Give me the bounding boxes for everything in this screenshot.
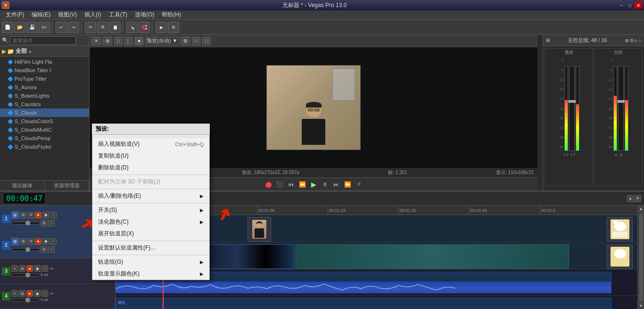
track2-mute[interactable]: ◼ — [42, 238, 49, 245]
next-frame-button[interactable]: ⏭ — [331, 180, 341, 189]
next-event-button[interactable]: ⏩ — [343, 180, 352, 189]
ctx-track-color[interactable]: 轨道显示颜色(K) ▶ — [92, 268, 209, 280]
video-clip-1c[interactable] — [607, 217, 633, 242]
save-as-button[interactable]: S+ — [39, 22, 50, 33]
ctx-delete-track[interactable]: 删除轨道(D) — [92, 162, 209, 174]
track2-btn3[interactable]: ⚙ — [27, 238, 34, 245]
tab-resource-manager[interactable]: 资源管理器 — [45, 181, 90, 191]
track2-pan-btn[interactable]: ↕ — [48, 246, 55, 253]
stop-button[interactable]: ⬛ — [275, 180, 284, 189]
track2-vol-btn[interactable]: ⊞ — [41, 246, 47, 253]
mixer-btn4[interactable]: ○ — [639, 38, 641, 43]
track3-expand[interactable]: ≡ — [11, 265, 18, 272]
open-button[interactable]: 📂 — [14, 22, 25, 33]
track4-solo[interactable]: ! — [41, 290, 48, 297]
tree-item-2[interactable]: 🔷 ProType Titler — [0, 75, 89, 83]
track2-btn2[interactable]: ⊠ — [20, 238, 26, 245]
tab-project-media[interactable]: 项目媒体 — [0, 181, 45, 191]
video-clip-2b[interactable] — [296, 244, 569, 269]
search-input[interactable] — [10, 36, 76, 45]
preview-size-btn[interactable]: ⊞ — [103, 37, 112, 45]
close-preview-btn[interactable]: ✕ — [91, 37, 101, 45]
track1-btn3[interactable]: ⚙ — [27, 212, 34, 218]
copy-button[interactable]: ⧉ — [97, 22, 108, 33]
track1-btn4[interactable]: ● — [35, 212, 41, 218]
ctx-insert-delete-envelope[interactable]: 插入/删除包络(E) ▶ — [92, 190, 209, 202]
track1-mute[interactable]: ◼ — [42, 212, 49, 218]
ctx-default-track-props[interactable]: 设置默认轨道属性(F)... — [92, 242, 209, 254]
prev-frame-button[interactable]: ⏮ — [286, 180, 296, 189]
tree-item-4[interactable]: 🔷 S_BokehLights — [0, 92, 89, 100]
mixer-btn2[interactable]: ⚙ — [630, 38, 634, 43]
minimize-button[interactable]: ─ — [618, 2, 625, 8]
menu-tools[interactable]: 工具(T) — [105, 10, 131, 20]
play-button[interactable]: ▶ — [309, 180, 318, 189]
video-clip-2c[interactable] — [607, 244, 633, 269]
track4-mute[interactable]: ◼ — [34, 290, 41, 297]
track1-vol-btn[interactable]: ⊞ — [41, 220, 47, 226]
properties-button[interactable]: ⚙ — [168, 22, 179, 33]
menu-view[interactable]: 视图(V) — [54, 10, 81, 20]
restore-button[interactable]: □ — [626, 2, 634, 8]
magnet-button[interactable]: 🧲 — [139, 22, 150, 33]
ctx-fade-color[interactable]: 淡化颜色(C) ▶ — [92, 216, 209, 228]
tree-item-10[interactable]: 🔷 S_CloudsPsyko — [0, 142, 89, 151]
close-button[interactable]: ✕ — [635, 2, 642, 8]
scroll-thumb[interactable] — [639, 213, 644, 301]
track3-record[interactable]: ● — [26, 265, 33, 272]
expand-all-icon[interactable]: ▶ — [2, 48, 6, 55]
new-button[interactable]: 📄 — [2, 22, 13, 33]
tree-item-3[interactable]: 🔷 S_Aurora — [0, 83, 89, 92]
preview-snap-btn[interactable]: □ — [202, 37, 211, 45]
fader-preview[interactable] — [569, 66, 575, 151]
menu-options[interactable]: 选项(O) — [131, 10, 158, 20]
tree-item-6[interactable]: 🔷 S_Clouds — [0, 109, 89, 117]
audio-clip-4[interactable]: 婚礼 — [116, 298, 611, 309]
tree-item-8[interactable]: 🔷 S_CloudsMultiC — [0, 125, 89, 134]
ctx-switches[interactable]: 开关(S) ▶ — [92, 204, 209, 216]
scroll-down-btn[interactable]: ▼ — [638, 302, 644, 309]
track4-record[interactable]: ● — [26, 290, 33, 297]
track2-solo[interactable]: ! — [50, 238, 57, 245]
render-button[interactable]: ▶ — [156, 22, 167, 33]
mixer-btn1[interactable]: ⊞ — [625, 38, 629, 43]
paste-button[interactable]: 📋 — [109, 22, 121, 33]
loop-button[interactable]: ↺ — [354, 180, 363, 189]
preview-zoom-btn[interactable]: □ — [114, 37, 123, 45]
save-button[interactable]: 💾 — [26, 22, 38, 33]
tree-item-7[interactable]: 🔷 S_CloudsColorS — [0, 117, 89, 125]
ctx-insert-video-track[interactable]: 插入视频轨道(V) Ctrl+Shift+Q — [92, 138, 209, 150]
track1-btn2[interactable]: ⊠ — [20, 212, 26, 218]
record-button[interactable]: ⬤ — [264, 180, 273, 189]
track3-solo[interactable]: ! — [41, 265, 48, 272]
tree-item-9[interactable]: 🔷 S_CloudsPersp — [0, 134, 89, 142]
tree-item-0[interactable]: 🔷 HitFilm Light Fla — [0, 58, 89, 66]
tree-item-1[interactable]: 🔷 NewBlue Titler I — [0, 66, 89, 75]
fader-master[interactable] — [618, 66, 624, 151]
timeline-scrollbar[interactable]: ▲ ▼ — [637, 206, 644, 309]
menu-file[interactable]: 文件(F) — [2, 10, 28, 20]
timeline-scroll-down[interactable]: ▼ — [635, 195, 641, 202]
timeline-scroll-up[interactable]: ▲ — [627, 195, 634, 202]
preview-grid-btn[interactable]: ⊞ — [181, 37, 190, 45]
menu-insert[interactable]: 插入(I) — [81, 10, 105, 20]
menu-help[interactable]: 帮助(H) — [158, 10, 185, 20]
pause-button[interactable]: ⏸ — [320, 180, 330, 189]
preview-overlay-btn[interactable]: ● — [135, 37, 143, 45]
track1-expand[interactable]: ⊞ — [11, 211, 19, 219]
cut-button[interactable]: ✂ — [85, 22, 96, 33]
track4-fader[interactable] — [11, 299, 40, 301]
redo-button[interactable]: ↪ — [68, 22, 79, 33]
undo-button[interactable]: ↩ — [56, 22, 67, 33]
track3-mute[interactable]: ◼ — [34, 265, 41, 272]
preview-split-btn[interactable]: | — [124, 37, 133, 45]
preview-extra-btn[interactable]: □ — [192, 37, 200, 45]
track2-record[interactable]: ● — [35, 238, 41, 245]
scroll-up-btn[interactable]: ▲ — [638, 206, 644, 212]
menu-edit[interactable]: 编辑(E) — [28, 10, 54, 20]
track4-btn2[interactable]: ⊠ — [19, 290, 25, 297]
track1-fader[interactable] — [11, 222, 40, 225]
mixer-btn3[interactable]: ▷ — [635, 38, 638, 43]
track3-btn2[interactable]: ⊠ — [19, 265, 25, 272]
track3-fader[interactable] — [11, 274, 40, 276]
